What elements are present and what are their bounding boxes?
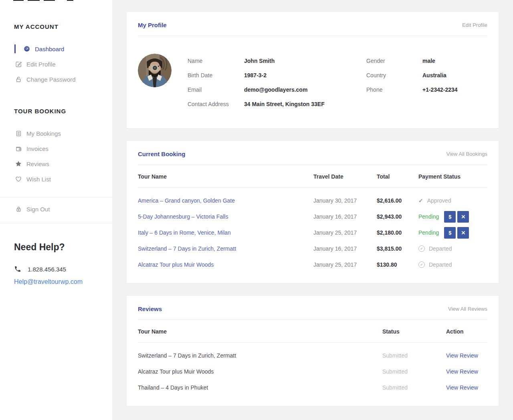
tour-booking-menu: My Bookings Invoices Reviews Wish List (0, 126, 112, 187)
payment-status-text: Pending (418, 213, 439, 220)
column-header-payment-status: Payment Status (418, 173, 487, 180)
profile-field: Gender male (366, 54, 487, 68)
field-value: +1-2342-2234 (422, 86, 458, 93)
column-header-tour-name: Tour Name (138, 173, 313, 180)
booking-total: $3,815.00 (377, 245, 418, 252)
column-header-status: Status (382, 328, 446, 335)
payment-status-cell: Departed $ ✕ (418, 261, 487, 268)
edit-profile-link[interactable]: Edit Profile (462, 22, 487, 28)
field-label: Phone (366, 86, 422, 93)
review-tour-name: Thailand – 4 Days in Phuket (138, 384, 382, 391)
review-tour-name: Alcatraz Tour plus Muir Woods (138, 368, 382, 375)
cancel-booking-button[interactable]: ✕ (457, 227, 469, 239)
booking-total: $2,180.00 (377, 229, 418, 236)
circle-check-icon (418, 245, 425, 252)
payment-status-cell: Pending $ ✕ (418, 227, 487, 239)
sidebar-item-edit-profile[interactable]: Edit Profile (0, 56, 112, 72)
profile-field: Contact Address 34 Main Street, Kingston… (188, 97, 326, 111)
view-all-bookings-link[interactable]: View All Bookings (446, 151, 487, 157)
sidebar-item-label: Edit Profile (26, 61, 56, 68)
review-status: Submitted (382, 368, 446, 375)
profile-field: Email demo@goodlayers.com (188, 82, 326, 97)
view-review-link[interactable]: View Review (446, 384, 478, 391)
payment-status-cell: Pending $ ✕ (418, 211, 487, 223)
booking-total: $2,943.00 (377, 213, 418, 220)
avatar (138, 54, 172, 87)
profile-card: My Profile Edit Profile (127, 12, 499, 128)
field-label: Country (366, 72, 422, 78)
profile-card-title: My Profile (138, 22, 167, 28)
reviews-table: Tour Name Status Action Switzerland – 7 … (127, 320, 499, 406)
field-label: Email (188, 86, 244, 93)
tour-name-link[interactable]: Switzerland – 7 Days in Zurich, Zermatt (138, 245, 236, 252)
page: MY ACCOUNT Dashboard Edit Profile Change (0, 0, 513, 420)
travel-date: January 30, 2017 (313, 197, 377, 204)
field-value: demo@goodlayers.com (244, 86, 307, 93)
lock-open-icon (14, 75, 22, 83)
signout-menu: Sign Out (0, 201, 112, 217)
need-help-section: Need Help? 1.828.456.345 Help@traveltour… (14, 242, 112, 285)
dashboard-gauge-icon (23, 45, 31, 53)
review-row: Thailand – 4 Days in Phuket Submitted Vi… (138, 380, 487, 396)
review-row: Switzerland – 7 Days in Zurich, Zermatt … (138, 348, 487, 364)
payment-actions: $ ✕ (444, 211, 469, 223)
payment-actions: $ ✕ (444, 227, 469, 239)
sidebar-item-reviews[interactable]: Reviews (0, 156, 112, 171)
travel-date: January 16, 2017 (313, 213, 377, 220)
sidebar-divider (0, 223, 112, 223)
field-value: Australia (422, 72, 446, 78)
booking-row: America – Grand canyon, Golden Gate Janu… (138, 193, 487, 209)
tour-name-link[interactable]: America – Grand canyon, Golden Gate (138, 197, 235, 204)
sidebar-item-label: My Bookings (26, 130, 61, 137)
booking-table: Tour Name Travel Date Total Payment Stat… (127, 165, 499, 283)
sidebar-item-label: Sign Out (26, 206, 50, 213)
view-review-link[interactable]: View Review (446, 368, 478, 375)
current-booking-card: Current Booking View All Bookings Tour N… (127, 141, 499, 283)
field-value: 1987-3-2 (244, 72, 267, 78)
check-icon (418, 197, 423, 204)
tour-name-link[interactable]: Italy – 6 Days in Rome, Venice, Milan (138, 229, 231, 236)
review-status: Submitted (382, 384, 446, 391)
phone-icon (14, 265, 21, 273)
sidebar-item-dashboard[interactable]: Dashboard (0, 41, 112, 56)
help-email-link[interactable]: Help@traveltourwp.com (14, 278, 112, 285)
view-review-link[interactable]: View Review (446, 352, 478, 359)
profile-field: Phone +1-2342-2234 (366, 82, 487, 97)
sidebar-item-label: Invoices (26, 145, 48, 152)
payment-status-text: Pending (418, 229, 439, 236)
column-header-total: Total (377, 173, 418, 180)
view-all-reviews-link[interactable]: View All Reviews (448, 306, 487, 312)
travel-date: January 16, 2017 (313, 245, 377, 252)
sidebar-item-wish-list[interactable]: Wish List (0, 171, 112, 187)
field-label: Gender (366, 58, 422, 64)
sidebar-item-change-password[interactable]: Change Password (0, 72, 112, 87)
my-account-menu: Dashboard Edit Profile Change Password (0, 41, 112, 87)
payment-status-text: Approved (427, 197, 451, 204)
sidebar-item-label: Change Password (26, 76, 76, 83)
booking-row: Switzerland – 7 Days in Zurich, Zermatt … (138, 241, 487, 257)
sidebar-item-invoices[interactable]: Invoices (0, 141, 112, 156)
pay-button[interactable]: $ (444, 211, 456, 223)
payment-status-text: Departed (429, 245, 452, 252)
payment-status-cell: Approved $ ✕ (418, 197, 487, 204)
tour-name-link[interactable]: 5-Day Johannesburg – Victoria Falls (138, 213, 228, 220)
active-indicator (14, 44, 16, 53)
field-value: male (422, 58, 435, 64)
padlock-icon (14, 205, 22, 213)
sidebar-heading-tour-booking: TOUR BOOKING (14, 87, 112, 115)
travel-date: January 25, 2017 (313, 229, 377, 236)
sidebar-heading-my-account: MY ACCOUNT (14, 0, 112, 30)
wallet-icon (14, 145, 22, 153)
review-row: Alcatraz Tour plus Muir Woods Submitted … (138, 364, 487, 380)
field-label: Name (188, 58, 244, 64)
reviews-card-title: Reviews (138, 305, 162, 312)
field-value: 34 Main Street, Kingston 33EF (244, 101, 325, 107)
column-header-tour-name: Tour Name (138, 328, 382, 335)
cancel-booking-button[interactable]: ✕ (457, 211, 469, 223)
pay-button[interactable]: $ (444, 227, 456, 239)
sidebar-item-my-bookings[interactable]: My Bookings (0, 126, 112, 141)
sidebar-item-sign-out[interactable]: Sign Out (0, 201, 112, 217)
reviews-table-body: Switzerland – 7 Days in Zurich, Zermatt … (138, 343, 487, 396)
tour-name-link[interactable]: Alcatraz Tour plus Muir Woods (138, 261, 214, 268)
star-icon (14, 160, 22, 168)
